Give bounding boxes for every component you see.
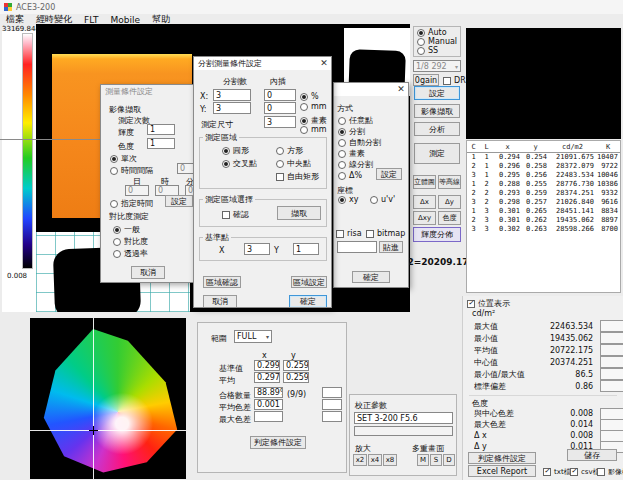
pass-aux-box[interactable]: [322, 387, 342, 398]
delta-x-button[interactable]: Δx: [413, 195, 436, 209]
column-header[interactable]: K: [596, 141, 620, 153]
column-header[interactable]: y: [522, 141, 549, 153]
csv-checkbox[interactable]: csv檔: [570, 467, 600, 477]
center-radio[interactable]: 中央點: [276, 158, 311, 169]
menu-item[interactable]: Mobile: [110, 15, 140, 25]
mm2-radio[interactable]: mm: [300, 125, 327, 134]
line-split-radio[interactable]: 線分割: [338, 159, 373, 170]
zoom-x4-button[interactable]: x4: [368, 454, 382, 466]
surface3d-button[interactable]: 立體圖: [413, 175, 436, 189]
multi-s-button[interactable]: S: [430, 454, 442, 466]
table-row[interactable]: 230.301 0.26219435.0628897: [467, 216, 620, 225]
calibration-preset-field[interactable]: SET 3-200 F5.6: [354, 412, 453, 424]
x-interp-field[interactable]: 0: [264, 89, 296, 101]
title-bar[interactable]: ACE3-200: [0, 0, 623, 14]
square-radio[interactable]: 方形: [276, 145, 303, 156]
gain-button[interactable]: 0gain: [413, 74, 439, 86]
multi-m-button[interactable]: M: [417, 454, 429, 466]
menu-item[interactable]: FLT: [84, 15, 98, 25]
avg-x-value[interactable]: 0.297: [254, 372, 280, 383]
delta-y-button[interactable]: Δy: [438, 195, 461, 209]
bitmap-checkbox[interactable]: bitmap: [366, 229, 405, 238]
any-point-radio[interactable]: 任意點: [338, 115, 373, 126]
maxdiff-value[interactable]: [254, 411, 283, 422]
camera-view[interactable]: [466, 28, 621, 139]
chroma-button[interactable]: 色度: [438, 211, 461, 225]
table-row[interactable]: 130.301 0.26528451.1418834: [467, 207, 620, 216]
table-row[interactable]: 220.293 0.25928374.2519332: [467, 189, 620, 198]
image-checkbox[interactable]: 影像檔: [597, 467, 623, 477]
save-button[interactable]: 儲存: [567, 449, 617, 461]
delta-set-button[interactable]: 設定: [376, 168, 402, 180]
close-icon[interactable]: ✕: [395, 84, 407, 94]
stat-aux-box[interactable]: [600, 332, 623, 344]
column-header[interactable]: L: [480, 141, 493, 153]
chroma-count-field[interactable]: 1: [147, 138, 175, 149]
area-confirm-button[interactable]: 區域確認: [203, 276, 241, 288]
contour-button[interactable]: 等高線: [438, 175, 461, 189]
avg-y-value[interactable]: 0.259: [283, 372, 309, 383]
x-div-field[interactable]: 3: [213, 89, 251, 101]
y-div-field[interactable]: 3: [213, 102, 251, 114]
multi-d-button[interactable]: D: [443, 454, 455, 466]
column-header[interactable]: x: [493, 141, 522, 153]
ref-y-value[interactable]: 0.259: [283, 360, 309, 371]
txt-checkbox[interactable]: txt檔: [543, 467, 571, 477]
size-field[interactable]: 3: [264, 116, 296, 128]
freerect-checkbox[interactable]: 自由矩形: [276, 171, 319, 182]
scheduled-radio[interactable]: 指定時間: [110, 198, 153, 209]
single-radio[interactable]: 單次: [110, 153, 137, 164]
stat-aux-box[interactable]: [600, 344, 623, 356]
interval-radio[interactable]: 時間間隔: [110, 165, 153, 176]
stat-aux-box[interactable]: [600, 356, 623, 368]
stat-aux-box[interactable]: [600, 320, 623, 332]
cie-diagram[interactable]: [30, 318, 186, 479]
ref-y-field[interactable]: 1: [293, 243, 319, 255]
y-interp-field[interactable]: 0: [264, 102, 296, 114]
table-row[interactable]: 320.298 0.25721026.8409616: [467, 198, 620, 207]
excel-report-button[interactable]: Excel Report: [468, 465, 536, 477]
contrast-radio[interactable]: 對比度: [113, 236, 148, 247]
auto-radio[interactable]: Auto: [417, 28, 447, 37]
manual-radio[interactable]: Manual: [417, 37, 457, 46]
split-cancel-button[interactable]: 取消: [203, 295, 237, 308]
capture-button[interactable]: 影像擷取: [414, 104, 460, 118]
mm-radio[interactable]: mm: [300, 102, 327, 111]
column-header[interactable]: cd/m2: [549, 141, 596, 153]
zoom-x8-button[interactable]: x8: [383, 454, 397, 466]
pct-radio[interactable]: %: [300, 92, 319, 101]
stat-aux-box[interactable]: [600, 368, 623, 380]
normal-radio[interactable]: 一般: [113, 224, 140, 235]
area-set-button[interactable]: 區域設定: [291, 276, 327, 288]
calibration-aux-field[interactable]: [354, 426, 453, 436]
day-field[interactable]: 0: [125, 185, 149, 196]
uv-radio[interactable]: u'v': [370, 195, 395, 204]
dr-checkbox[interactable]: DR: [443, 76, 466, 85]
table-row[interactable]: 210.296 0.25828372.0799722: [467, 162, 620, 171]
position-display-checkbox[interactable]: 位置表示: [467, 298, 510, 309]
circle-radio[interactable]: 圓形: [222, 145, 249, 156]
table-row[interactable]: 110.294 0.25421091.67510407: [467, 153, 620, 163]
ref-x-field[interactable]: 3: [244, 243, 270, 255]
transmit-radio[interactable]: 透過率: [113, 248, 148, 259]
zoom-x2-button[interactable]: x2: [353, 454, 367, 466]
table-row[interactable]: 330.302 0.26328598.2668700: [467, 225, 620, 234]
ref-x-value[interactable]: 0.299: [254, 360, 280, 371]
cross-radio[interactable]: 交叉點: [222, 158, 257, 169]
ss-radio[interactable]: SS: [417, 46, 438, 55]
schedule-set-button[interactable]: 設定: [165, 195, 193, 207]
risa-checkbox[interactable]: risa: [336, 229, 362, 238]
shutter-select[interactable]: 1/8 292▾: [413, 60, 461, 72]
measure-button[interactable]: 測定: [414, 143, 460, 164]
avgdiff-value[interactable]: 0.001: [254, 399, 283, 410]
cancel-button[interactable]: 取消: [131, 266, 165, 279]
pass-value[interactable]: 88.89%: [254, 387, 283, 398]
xy-radio[interactable]: xy: [338, 195, 358, 204]
delta-xy-button[interactable]: Δxy: [413, 211, 436, 225]
path-field[interactable]: [337, 241, 377, 253]
lum-count-field[interactable]: 1: [147, 124, 175, 135]
grab-button[interactable]: 擷取: [277, 206, 321, 220]
range-select[interactable]: FULL▾: [234, 330, 272, 343]
range-judge-button[interactable]: 判定條件設定: [250, 436, 306, 449]
judge-setting-button[interactable]: 判定條件設定: [468, 452, 536, 464]
